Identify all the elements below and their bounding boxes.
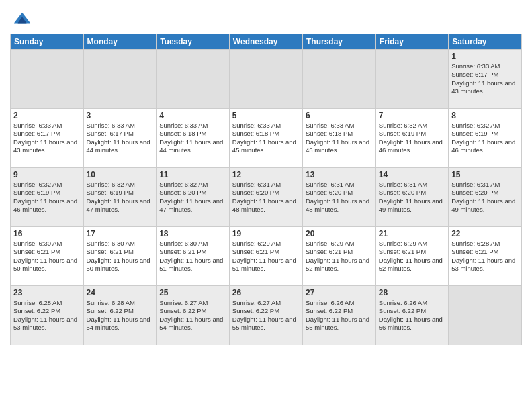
- day-info: Sunrise: 6:28 AM Sunset: 6:21 PM Dayligh…: [451, 240, 519, 273]
- col-header-sunday: Sunday: [11, 34, 84, 50]
- calendar-week-row: 23Sunrise: 6:28 AM Sunset: 6:22 PM Dayli…: [11, 286, 522, 345]
- day-number: 18: [159, 229, 226, 238]
- day-info: Sunrise: 6:33 AM Sunset: 6:17 PM Dayligh…: [13, 122, 81, 154]
- day-number: 5: [232, 111, 300, 120]
- col-header-friday: Friday: [375, 34, 448, 50]
- calendar-cell: 25Sunrise: 6:27 AM Sunset: 6:22 PM Dayli…: [157, 286, 230, 345]
- calendar-cell: 6Sunrise: 6:33 AM Sunset: 6:18 PM Daylig…: [303, 109, 376, 168]
- calendar-week-row: 16Sunrise: 6:30 AM Sunset: 6:21 PM Dayli…: [11, 227, 522, 286]
- day-number: 8: [451, 111, 519, 120]
- calendar-header-row: SundayMondayTuesdayWednesdayThursdayFrid…: [11, 34, 522, 50]
- col-header-monday: Monday: [83, 34, 157, 50]
- day-info: Sunrise: 6:26 AM Sunset: 6:22 PM Dayligh…: [379, 299, 445, 332]
- calendar-cell: 11Sunrise: 6:32 AM Sunset: 6:20 PM Dayli…: [157, 168, 230, 227]
- calendar-cell: 16Sunrise: 6:30 AM Sunset: 6:21 PM Dayli…: [11, 227, 84, 286]
- day-info: Sunrise: 6:33 AM Sunset: 6:18 PM Dayligh…: [232, 122, 300, 154]
- calendar-cell: [83, 50, 157, 109]
- day-info: Sunrise: 6:26 AM Sunset: 6:22 PM Dayligh…: [306, 299, 373, 332]
- calendar-cell: 26Sunrise: 6:27 AM Sunset: 6:22 PM Dayli…: [229, 286, 302, 345]
- calendar-cell: [303, 50, 376, 109]
- day-number: 28: [379, 288, 445, 298]
- day-number: 25: [159, 288, 226, 298]
- day-number: 13: [306, 170, 373, 179]
- day-number: 12: [232, 170, 300, 179]
- day-number: 23: [13, 288, 81, 298]
- day-info: Sunrise: 6:31 AM Sunset: 6:20 PM Dayligh…: [379, 181, 445, 214]
- day-number: 2: [13, 111, 81, 120]
- calendar-cell: 28Sunrise: 6:26 AM Sunset: 6:22 PM Dayli…: [375, 286, 448, 345]
- day-number: 16: [13, 229, 81, 238]
- day-info: Sunrise: 6:29 AM Sunset: 6:21 PM Dayligh…: [232, 240, 300, 273]
- calendar-cell: 14Sunrise: 6:31 AM Sunset: 6:20 PM Dayli…: [375, 168, 448, 227]
- day-info: Sunrise: 6:32 AM Sunset: 6:19 PM Dayligh…: [451, 122, 519, 154]
- calendar-cell: 27Sunrise: 6:26 AM Sunset: 6:22 PM Dayli…: [303, 286, 376, 345]
- page: SundayMondayTuesdayWednesdayThursdayFrid…: [0, 0, 532, 411]
- day-number: 21: [379, 229, 445, 238]
- day-number: 1: [451, 52, 519, 61]
- day-number: 9: [13, 170, 81, 179]
- day-number: 7: [379, 111, 445, 120]
- calendar-cell: 1Sunrise: 6:33 AM Sunset: 6:17 PM Daylig…: [449, 50, 522, 109]
- calendar-cell: 22Sunrise: 6:28 AM Sunset: 6:21 PM Dayli…: [449, 227, 522, 286]
- calendar-cell: 19Sunrise: 6:29 AM Sunset: 6:21 PM Dayli…: [229, 227, 302, 286]
- day-info: Sunrise: 6:30 AM Sunset: 6:21 PM Dayligh…: [13, 240, 81, 273]
- calendar-cell: [11, 50, 84, 109]
- day-number: 3: [87, 111, 154, 120]
- calendar-cell: 8Sunrise: 6:32 AM Sunset: 6:19 PM Daylig…: [449, 109, 522, 168]
- day-info: Sunrise: 6:32 AM Sunset: 6:19 PM Dayligh…: [379, 122, 445, 154]
- day-number: 10: [87, 170, 154, 179]
- calendar-cell: 5Sunrise: 6:33 AM Sunset: 6:18 PM Daylig…: [229, 109, 302, 168]
- calendar-cell: [449, 286, 522, 345]
- day-info: Sunrise: 6:27 AM Sunset: 6:22 PM Dayligh…: [159, 299, 226, 332]
- calendar-week-row: 2Sunrise: 6:33 AM Sunset: 6:17 PM Daylig…: [11, 109, 522, 168]
- calendar-cell: 24Sunrise: 6:28 AM Sunset: 6:22 PM Dayli…: [83, 286, 157, 345]
- day-info: Sunrise: 6:29 AM Sunset: 6:21 PM Dayligh…: [379, 240, 445, 273]
- logo-icon: [13, 9, 32, 28]
- calendar-cell: 20Sunrise: 6:29 AM Sunset: 6:21 PM Dayli…: [303, 227, 376, 286]
- day-info: Sunrise: 6:30 AM Sunset: 6:21 PM Dayligh…: [87, 240, 154, 273]
- day-info: Sunrise: 6:27 AM Sunset: 6:22 PM Dayligh…: [232, 299, 300, 332]
- day-info: Sunrise: 6:31 AM Sunset: 6:20 PM Dayligh…: [306, 181, 373, 214]
- day-info: Sunrise: 6:32 AM Sunset: 6:19 PM Dayligh…: [87, 181, 154, 214]
- calendar-cell: 17Sunrise: 6:30 AM Sunset: 6:21 PM Dayli…: [83, 227, 157, 286]
- day-number: 6: [306, 111, 373, 120]
- day-info: Sunrise: 6:32 AM Sunset: 6:20 PM Dayligh…: [159, 181, 226, 214]
- day-info: Sunrise: 6:32 AM Sunset: 6:19 PM Dayligh…: [13, 181, 81, 214]
- day-number: 22: [451, 229, 519, 238]
- day-info: Sunrise: 6:31 AM Sunset: 6:20 PM Dayligh…: [451, 181, 519, 214]
- day-number: 15: [451, 170, 519, 179]
- day-number: 4: [159, 111, 226, 120]
- day-info: Sunrise: 6:33 AM Sunset: 6:18 PM Dayligh…: [159, 122, 226, 154]
- col-header-tuesday: Tuesday: [157, 34, 230, 50]
- calendar-cell: 9Sunrise: 6:32 AM Sunset: 6:19 PM Daylig…: [11, 168, 84, 227]
- calendar-cell: 21Sunrise: 6:29 AM Sunset: 6:21 PM Dayli…: [375, 227, 448, 286]
- day-number: 11: [159, 170, 226, 179]
- day-info: Sunrise: 6:28 AM Sunset: 6:22 PM Dayligh…: [13, 299, 81, 332]
- col-header-thursday: Thursday: [303, 34, 376, 50]
- calendar-week-row: 9Sunrise: 6:32 AM Sunset: 6:19 PM Daylig…: [11, 168, 522, 227]
- calendar-week-row: 1Sunrise: 6:33 AM Sunset: 6:17 PM Daylig…: [11, 50, 522, 109]
- calendar-cell: 12Sunrise: 6:31 AM Sunset: 6:20 PM Dayli…: [229, 168, 302, 227]
- day-info: Sunrise: 6:28 AM Sunset: 6:22 PM Dayligh…: [87, 299, 154, 332]
- day-number: 27: [306, 288, 373, 298]
- calendar-cell: [229, 50, 302, 109]
- calendar-cell: [375, 50, 448, 109]
- calendar-cell: [157, 50, 230, 109]
- day-info: Sunrise: 6:33 AM Sunset: 6:18 PM Dayligh…: [306, 122, 373, 154]
- day-number: 19: [232, 229, 300, 238]
- day-info: Sunrise: 6:33 AM Sunset: 6:17 PM Dayligh…: [87, 122, 154, 154]
- day-number: 20: [306, 229, 373, 238]
- day-number: 26: [232, 288, 300, 298]
- calendar-cell: 7Sunrise: 6:32 AM Sunset: 6:19 PM Daylig…: [375, 109, 448, 168]
- calendar-cell: 4Sunrise: 6:33 AM Sunset: 6:18 PM Daylig…: [157, 109, 230, 168]
- day-number: 24: [87, 288, 154, 298]
- calendar-cell: 18Sunrise: 6:30 AM Sunset: 6:21 PM Dayli…: [157, 227, 230, 286]
- calendar-cell: 2Sunrise: 6:33 AM Sunset: 6:17 PM Daylig…: [11, 109, 84, 168]
- calendar-cell: 13Sunrise: 6:31 AM Sunset: 6:20 PM Dayli…: [303, 168, 376, 227]
- col-header-saturday: Saturday: [449, 34, 522, 50]
- calendar-cell: 23Sunrise: 6:28 AM Sunset: 6:22 PM Dayli…: [11, 286, 84, 345]
- day-info: Sunrise: 6:29 AM Sunset: 6:21 PM Dayligh…: [306, 240, 373, 273]
- calendar-cell: 3Sunrise: 6:33 AM Sunset: 6:17 PM Daylig…: [83, 109, 157, 168]
- calendar-cell: 10Sunrise: 6:32 AM Sunset: 6:19 PM Dayli…: [83, 168, 157, 227]
- col-header-wednesday: Wednesday: [229, 34, 302, 50]
